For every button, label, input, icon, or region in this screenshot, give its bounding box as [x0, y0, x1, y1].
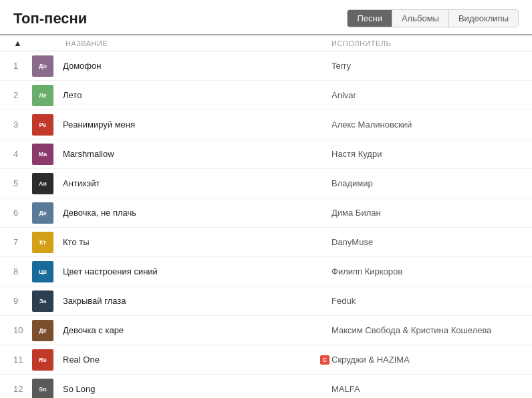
col-artist-header: ИСПОЛНИТЕЛЬ — [331, 39, 519, 47]
track-row[interactable]: 6 Де Девочка, не плачь Дима Билан — [0, 198, 532, 228]
page-title: Топ-песни — [13, 10, 87, 27]
track-row[interactable]: 11 Re Real One С Скруджи & HAZIMA — [0, 345, 532, 375]
track-name: Marshmallow — [63, 149, 318, 159]
track-name: Цвет настроения синий — [63, 266, 318, 276]
track-num: 3 — [13, 120, 32, 130]
track-num: 4 — [13, 149, 32, 159]
track-artist: MALFA — [331, 384, 519, 394]
sort-arrow: ▲ — [13, 38, 23, 48]
track-name: Девочка, не плачь — [63, 208, 318, 218]
track-artist: Настя Кудри — [331, 149, 519, 159]
track-num: 5 — [13, 178, 32, 188]
track-name: Кто ты — [63, 237, 318, 247]
track-row[interactable]: 8 Цв Цвет настроения синий Филипп Киркор… — [0, 257, 532, 286]
tracks-list: 1 До Домофон Terry 2 Ле Лето Anivar 3 Ре… — [0, 51, 532, 398]
table-header: ▲ НАЗВАНИЕ ИСПОЛНИТЕЛЬ — [0, 34, 532, 51]
track-thumb: Ле — [32, 85, 56, 106]
tab-albums[interactable]: Альбомы — [392, 10, 449, 27]
track-num: 7 — [13, 237, 32, 247]
track-thumb: До — [32, 55, 56, 77]
track-artist: Филипп Киркоров — [331, 266, 519, 276]
track-row[interactable]: 9 За Закрывай глаза Feduk — [0, 286, 532, 316]
track-row[interactable]: 1 До Домофон Terry — [0, 51, 532, 81]
track-num: 11 — [13, 355, 32, 365]
track-name: Девочка с каре — [63, 325, 318, 335]
tab-group: Песни Альбомы Видеоклипы — [347, 9, 519, 27]
track-name: Лето — [63, 90, 318, 100]
track-thumb: So — [32, 379, 56, 399]
track-thumb: Де — [32, 320, 56, 341]
col-name-header: НАЗВАНИЕ — [65, 39, 318, 47]
track-artist: Алекс Малиновский — [331, 120, 519, 130]
explicit-cell: С — [318, 355, 331, 365]
track-row[interactable]: 12 So So Long MALFA — [0, 375, 532, 398]
track-artist: Владимир — [331, 178, 519, 188]
track-row[interactable]: 7 Кт Кто ты DanyMuse — [0, 228, 532, 257]
track-row[interactable]: 10 Де Девочка с каре Максим Свобода & Кр… — [0, 316, 532, 345]
track-thumb: Ре — [32, 114, 56, 136]
track-artist: Скруджи & HAZIMA — [331, 355, 519, 365]
track-num: 9 — [13, 296, 32, 306]
tab-songs[interactable]: Песни — [348, 10, 392, 27]
track-thumb: Ан — [32, 173, 56, 194]
track-row[interactable]: 3 Ре Реанимируй меня Алекс Малиновский — [0, 110, 532, 140]
track-artist: Feduk — [331, 296, 519, 306]
track-num: 12 — [13, 384, 32, 394]
track-thumb: Цв — [32, 261, 56, 282]
track-num: 6 — [13, 208, 32, 218]
track-row[interactable]: 2 Ле Лето Anivar — [0, 81, 532, 110]
page-header: Топ-песни Песни Альбомы Видеоклипы — [0, 0, 532, 34]
track-num: 10 — [13, 325, 32, 335]
track-row[interactable]: 5 Ан Антихэйт Владимир — [0, 169, 532, 198]
track-name: Реанимируй меня — [63, 120, 318, 130]
track-thumb: Де — [32, 202, 56, 224]
track-row[interactable]: 4 Ma Marshmallow Настя Кудри — [0, 140, 532, 169]
track-artist: Terry — [331, 61, 519, 71]
explicit-badge: С — [320, 355, 329, 365]
track-thumb: За — [32, 290, 56, 312]
track-artist: Anivar — [331, 90, 519, 100]
tab-videos[interactable]: Видеоклипы — [449, 10, 518, 27]
track-num: 8 — [13, 266, 32, 276]
track-name: Закрывай глаза — [63, 296, 318, 306]
track-thumb: Кт — [32, 232, 56, 253]
track-name: Домофон — [63, 61, 318, 71]
track-artist: Максим Свобода & Кристина Кошелева — [331, 325, 519, 335]
track-thumb: Ma — [32, 144, 56, 165]
track-name: Real One — [63, 355, 318, 365]
track-num: 1 — [13, 61, 32, 71]
track-artist: Дима Билан — [331, 208, 519, 218]
track-name: Антихэйт — [63, 178, 318, 188]
track-thumb: Re — [32, 349, 56, 371]
track-num: 2 — [13, 90, 32, 100]
track-name: So Long — [63, 384, 318, 394]
track-artist: DanyMuse — [331, 237, 519, 247]
